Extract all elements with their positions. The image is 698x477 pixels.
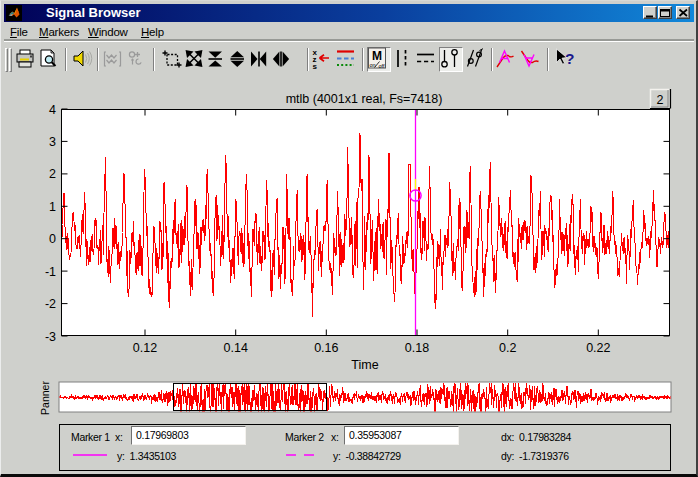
svg-text:0.14: 0.14: [224, 341, 248, 355]
svg-text:0.22: 0.22: [586, 341, 610, 355]
svg-text:3: 3: [49, 135, 56, 149]
svg-text:4: 4: [49, 103, 56, 117]
svg-text:1: 1: [49, 200, 56, 214]
svg-text:0: 0: [49, 232, 56, 246]
svg-text:?: ?: [565, 50, 574, 67]
svg-text:2: 2: [49, 167, 56, 181]
svg-text:0.16: 0.16: [314, 341, 338, 355]
svg-text:off: off: [378, 63, 384, 69]
svg-text:0.12: 0.12: [133, 341, 157, 355]
svg-text:-3: -3: [45, 330, 56, 344]
svg-text:mtlb (4001x1 real, Fs=7418): mtlb (4001x1 real, Fs=7418): [286, 92, 443, 106]
svg-text:-2: -2: [45, 297, 56, 311]
svg-text:s: s: [313, 62, 318, 71]
svg-text:Time: Time: [351, 358, 378, 372]
svg-text:M: M: [372, 49, 382, 63]
svg-text:-1: -1: [45, 265, 56, 279]
svg-text:2: 2: [657, 93, 664, 107]
svg-text:on: on: [369, 62, 375, 68]
svg-text:0.18: 0.18: [405, 341, 429, 355]
svg-text:0.2: 0.2: [499, 341, 516, 355]
